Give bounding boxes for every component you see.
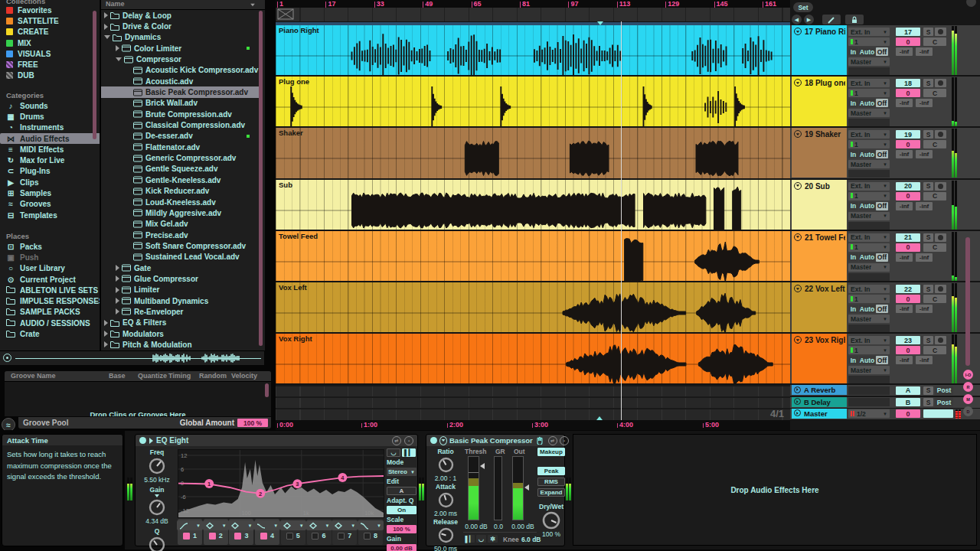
- lock-envelopes-button[interactable]: [845, 15, 864, 24]
- mixer-section-toggle-m[interactable]: M: [963, 394, 973, 404]
- return-activator-button[interactable]: B: [896, 398, 920, 406]
- sidebar-item-free[interactable]: FREE: [0, 60, 100, 70]
- browser-column-header[interactable]: Name: [101, 0, 265, 10]
- eq-band-handle-1[interactable]: 1: [204, 479, 214, 488]
- input-channel-select[interactable]: 1▼: [848, 346, 890, 354]
- return-activator-button[interactable]: A: [896, 386, 920, 395]
- comp-thresh-handle-icon[interactable]: [480, 463, 485, 469]
- eq-analyzer-toggle-icon[interactable]: ▌▎: [402, 448, 416, 457]
- track-activator-button[interactable]: 20: [896, 182, 920, 191]
- hot-swap-icon[interactable]: ⇄: [548, 436, 557, 445]
- arrangement-track-shaker[interactable]: Shaker: [276, 128, 790, 179]
- volume-value[interactable]: -inf: [896, 202, 913, 210]
- comp-drywet-knob[interactable]: [541, 510, 561, 530]
- disclosure-collapsed-icon[interactable]: [116, 276, 119, 282]
- track-name-cell[interactable]: Master: [792, 409, 847, 419]
- track-fold-icon[interactable]: [794, 233, 802, 241]
- comp-activity-view-icon[interactable]: ▌▏: [465, 535, 475, 543]
- sidebar-item-user-library[interactable]: ○User Library: [0, 263, 100, 274]
- browser-tree-item[interactable]: Mildly Aggresive.adv: [101, 207, 259, 218]
- disclosure-expanded-icon[interactable]: [116, 57, 122, 61]
- disclosure-collapsed-icon[interactable]: [116, 45, 119, 51]
- send-value[interactable]: -inf: [916, 202, 933, 210]
- pan-value[interactable]: 0: [896, 192, 920, 201]
- monitor-off-button[interactable]: Off: [876, 202, 888, 210]
- eq-band-7[interactable]: ▼7: [332, 519, 357, 545]
- eq-q-knob[interactable]: [148, 536, 166, 551]
- mixer-scrollbar[interactable]: [965, 237, 970, 366]
- disclosure-collapsed-icon[interactable]: [104, 341, 108, 347]
- eq-scale-value[interactable]: 100 %: [387, 525, 416, 533]
- monitor-in-button[interactable]: In: [848, 253, 858, 262]
- input-channel-select[interactable]: 1▼: [848, 295, 890, 303]
- draw-mode-button[interactable]: [822, 15, 841, 24]
- pan-value[interactable]: 0: [896, 37, 920, 46]
- send-value[interactable]: -inf: [916, 253, 933, 262]
- eq-band-filter-select[interactable]: ▼: [254, 520, 280, 530]
- track-name-cell[interactable]: 21 Towel Fee: [792, 231, 847, 281]
- device-fold-icon[interactable]: [149, 438, 153, 444]
- eq-band-5[interactable]: ▼5: [281, 519, 305, 545]
- eq-eight-title-bar[interactable]: EQ Eight ⇄ ▪: [136, 435, 417, 446]
- browser-tree-item[interactable]: Modulators: [101, 328, 259, 339]
- preview-speaker-icon[interactable]: [3, 354, 11, 362]
- arm-button[interactable]: [935, 336, 946, 344]
- sidebar-item-plug-ins[interactable]: ⊂Plug-Ins: [0, 166, 100, 177]
- sidebar-item-impulse-responses[interactable]: IMPULSE RESPONSES: [0, 296, 100, 307]
- monitor-in-button[interactable]: In: [848, 99, 858, 107]
- mixer-section-toggle-r[interactable]: R: [963, 382, 973, 392]
- disclosure-collapsed-icon[interactable]: [116, 298, 119, 304]
- disclosure-collapsed-icon[interactable]: [104, 320, 108, 326]
- arm-button[interactable]: [935, 28, 946, 36]
- input-routing-select[interactable]: Ext. In▼: [848, 79, 890, 87]
- browser-list-scrollbar[interactable]: [259, 11, 263, 346]
- comp-sidechain-icon[interactable]: ✲: [488, 535, 498, 543]
- monitor-auto-button[interactable]: Auto: [859, 150, 875, 158]
- arrangement-track-vox-right[interactable]: Vox Right: [276, 334, 790, 385]
- input-routing-select[interactable]: Ext. In▼: [848, 130, 890, 139]
- input-routing-select[interactable]: Ext. In▼: [848, 28, 890, 36]
- groove-column-velocity[interactable]: Velocity: [231, 372, 257, 380]
- eq-band-6[interactable]: ▼6: [307, 519, 332, 545]
- nudge-right-button[interactable]: ▶: [804, 15, 814, 24]
- comp-ratio-value[interactable]: 2.00 : 1: [435, 474, 456, 482]
- groove-column-base[interactable]: Base: [109, 372, 126, 380]
- browser-tree-item[interactable]: Compressor: [101, 54, 259, 64]
- browser-tree-item[interactable]: Sustained Lead Vocal.adv: [101, 252, 259, 262]
- input-channel-select[interactable]: 1▼: [848, 192, 890, 201]
- eq-band-filter-select[interactable]: ▼: [177, 520, 203, 530]
- solo-button[interactable]: S: [923, 398, 933, 406]
- volume-value[interactable]: -inf: [896, 253, 913, 262]
- track-fold-icon[interactable]: [794, 130, 802, 138]
- browser-tree-item[interactable]: Loud-Kneeless.adv: [101, 197, 259, 207]
- groove-column-quantize[interactable]: Quantize: [138, 372, 167, 380]
- browser-tree-item[interactable]: Gentle Squeeze.adv: [101, 164, 259, 174]
- browser-tree-item[interactable]: Pitch & Modulation: [101, 339, 259, 350]
- comp-ratio-knob[interactable]: [437, 456, 455, 474]
- arrangement-track-plug-one[interactable]: Plug one: [276, 77, 790, 128]
- sidebar-item-sample-packs[interactable]: SAMPLE PACKS: [0, 307, 100, 318]
- sidebar-scrollbar[interactable]: [93, 11, 96, 139]
- sidebar-item-templates[interactable]: ⊟Templates: [0, 210, 100, 220]
- groove-pool-list[interactable]: Drop Clips or Grooves Here: [5, 382, 271, 416]
- device-fold-icon[interactable]: [439, 436, 447, 445]
- browser-tree-item[interactable]: Precise.adv: [101, 230, 259, 240]
- eq-output-gain-value[interactable]: 0.00 dB: [387, 544, 416, 551]
- browser-tree-item[interactable]: Acoustic.adv: [101, 76, 259, 86]
- track-fold-icon[interactable]: [794, 28, 802, 35]
- disclosure-collapsed-icon[interactable]: [104, 24, 108, 30]
- set-button[interactable]: Set: [793, 2, 813, 12]
- disclosure-collapsed-icon[interactable]: [116, 287, 119, 293]
- eq-band-checkbox[interactable]: [338, 533, 345, 540]
- eq-band-checkbox[interactable]: [183, 533, 190, 540]
- track-name-cell[interactable]: 22 Vox Left: [792, 282, 847, 332]
- save-preset-icon[interactable]: ▪: [560, 436, 569, 445]
- crossfade-button[interactable]: C: [923, 140, 946, 148]
- solo-button[interactable]: S: [923, 386, 933, 395]
- sidebar-item-midi-effects[interactable]: ≡MIDI Effects: [0, 144, 100, 155]
- groove-column-timing[interactable]: Timing: [168, 372, 191, 380]
- input-routing-select[interactable]: Ext. In▼: [848, 182, 890, 191]
- track-name-cell[interactable]: A Reverb: [792, 385, 847, 395]
- groove-scrollbar[interactable]: [265, 383, 269, 397]
- browser-tree-item[interactable]: Limiter: [101, 285, 259, 295]
